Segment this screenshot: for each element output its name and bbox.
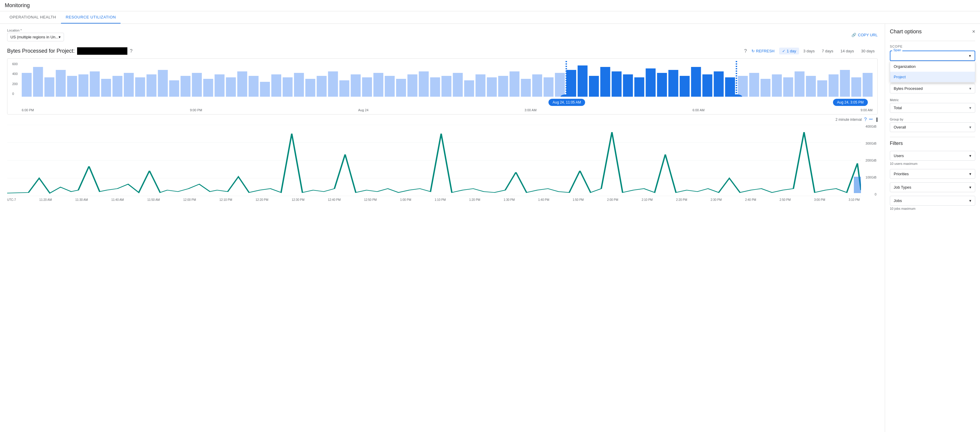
- metric-select[interactable]: Total ▾: [890, 103, 975, 113]
- svg-rect-0: [22, 73, 32, 97]
- svg-rect-60: [702, 75, 712, 97]
- copy-url-button[interactable]: 🔗 COPY URL: [851, 33, 878, 37]
- svg-rect-19: [237, 71, 247, 97]
- svg-rect-27: [328, 71, 338, 97]
- svg-rect-25: [305, 79, 315, 97]
- jobs-label: Jobs: [894, 199, 902, 203]
- svg-rect-34: [407, 75, 417, 97]
- svg-rect-67: [783, 77, 793, 97]
- job-types-filter[interactable]: Job Types ▾: [890, 183, 975, 192]
- time-btn-1day-label: 1 day: [787, 49, 796, 53]
- users-chevron-icon: ▾: [969, 154, 971, 158]
- span-dropdown: Span ▾ Organization Project: [890, 51, 975, 61]
- svg-rect-42: [498, 76, 508, 97]
- overview-chart: 600 400 200 0: [7, 58, 878, 114]
- jobs-filter[interactable]: Jobs ▾: [890, 196, 975, 206]
- metric-field-label: Metric: [890, 98, 975, 102]
- svg-rect-7: [101, 79, 111, 97]
- svg-rect-28: [339, 80, 349, 97]
- chart-select[interactable]: Bytes Processed ▾: [890, 84, 975, 94]
- svg-rect-13: [169, 80, 179, 97]
- svg-rect-14: [181, 76, 191, 97]
- selection-end-tooltip: Aug 24, 3:05 PM: [833, 99, 868, 106]
- scope-section: Scope Span ▾ Organization Project: [890, 44, 975, 61]
- y-label-400: 400: [12, 72, 22, 76]
- panel-title: Chart options: [890, 29, 922, 35]
- svg-rect-73: [851, 77, 861, 97]
- job-types-label: Job Types: [894, 185, 911, 189]
- close-panel-button[interactable]: ×: [972, 29, 975, 35]
- svg-rect-11: [146, 75, 156, 97]
- copy-url-label: COPY URL: [858, 33, 878, 37]
- time-btn-1day[interactable]: ✓ 1 day: [779, 48, 799, 54]
- users-hint: 10 users maximum: [890, 162, 975, 165]
- tab-resource-utilization[interactable]: RESOURCE UTILIZATION: [61, 11, 121, 24]
- chart-controls-help-icon[interactable]: ?: [744, 49, 747, 54]
- location-select[interactable]: US (multiple regions in Un... ▾: [7, 33, 64, 41]
- tab-operational-health[interactable]: OPERATIONAL HEALTH: [5, 11, 61, 24]
- span-chevron-icon: ▾: [969, 54, 971, 58]
- svg-rect-59: [691, 67, 701, 97]
- span-field[interactable]: Span ▾: [890, 51, 975, 61]
- svg-rect-1: [33, 67, 43, 97]
- svg-rect-23: [283, 77, 293, 97]
- line-chart-toggle[interactable]: 〰: [869, 118, 873, 122]
- x-label-3am: 3:00 AM: [524, 108, 536, 112]
- link-icon: 🔗: [851, 33, 856, 37]
- y-label-200: 200: [12, 82, 22, 86]
- time-btn-7days[interactable]: 7 days: [819, 48, 836, 54]
- span-option-organization[interactable]: Organization: [890, 61, 975, 72]
- app-title: Monitoring: [0, 0, 980, 11]
- span-option-project[interactable]: Project: [890, 72, 975, 82]
- group-by-chevron-icon: ▾: [969, 125, 971, 129]
- refresh-button[interactable]: ↻ REFRESH: [751, 49, 774, 53]
- job-types-chevron-icon: ▾: [969, 185, 971, 189]
- time-btn-3days[interactable]: 3 days: [800, 48, 818, 54]
- chart-value: Bytes Processed: [894, 86, 923, 91]
- overview-x-labels: 6:00 PM 9:00 PM Aug 24 3:00 AM 6:00 AM 9…: [22, 108, 873, 112]
- users-label: Users: [894, 154, 904, 158]
- svg-rect-39: [464, 80, 474, 97]
- svg-rect-53: [623, 75, 633, 97]
- svg-rect-21: [260, 82, 270, 97]
- svg-rect-84: [854, 177, 861, 193]
- jobs-hint: 10 jobs maximum: [890, 207, 975, 210]
- tooltip-start-label: Aug 24, 11:05 AM: [549, 99, 585, 106]
- detail-y-labels: 400GiB 300GiB 200GiB 100GiB 0: [861, 125, 878, 196]
- metric-value: Total: [894, 106, 902, 110]
- svg-rect-20: [248, 76, 258, 97]
- interval-label: 2 minute interval: [836, 118, 862, 122]
- svg-rect-4: [67, 76, 77, 97]
- refresh-icon: ↻: [751, 49, 755, 53]
- time-btn-30days[interactable]: 30 days: [858, 48, 878, 54]
- svg-rect-46: [544, 77, 554, 97]
- priorities-filter[interactable]: Priorities ▾: [890, 169, 975, 179]
- priorities-label: Priorities: [894, 172, 909, 176]
- bar-chart-toggle[interactable]: ▐: [875, 118, 878, 122]
- y-label-400gib: 400GiB: [862, 125, 877, 128]
- chart-title-help-icon[interactable]: ?: [130, 49, 132, 54]
- x-label-6am: 6:00 AM: [692, 108, 705, 112]
- svg-rect-70: [817, 80, 827, 97]
- time-btn-14days[interactable]: 14 days: [837, 48, 857, 54]
- svg-rect-3: [56, 70, 65, 97]
- svg-rect-47: [555, 73, 565, 97]
- users-filter[interactable]: Users ▾: [890, 151, 975, 160]
- location-value: US (multiple regions in Un...: [10, 35, 59, 39]
- svg-rect-66: [772, 75, 782, 97]
- check-icon: ✓: [782, 49, 785, 53]
- x-label-9pm: 9:00 PM: [190, 108, 202, 112]
- svg-rect-12: [158, 70, 167, 97]
- detail-chart-svg: [7, 125, 861, 196]
- y-label-200gib: 200GiB: [862, 159, 877, 162]
- x-utc: UTC-7: [7, 198, 16, 202]
- selection-start-tooltip: Aug 24, 11:05 AM: [549, 99, 585, 106]
- svg-rect-50: [589, 76, 599, 97]
- svg-rect-65: [760, 79, 770, 97]
- main-area: Location * US (multiple regions in Un...…: [0, 24, 980, 432]
- overview-bars-svg: [22, 61, 873, 97]
- project-name-redacted: ████████████: [77, 47, 127, 55]
- group-by-select[interactable]: Overall ▾: [890, 122, 975, 132]
- interval-help-icon[interactable]: ?: [864, 117, 867, 122]
- metric-chevron-icon: ▾: [969, 106, 971, 110]
